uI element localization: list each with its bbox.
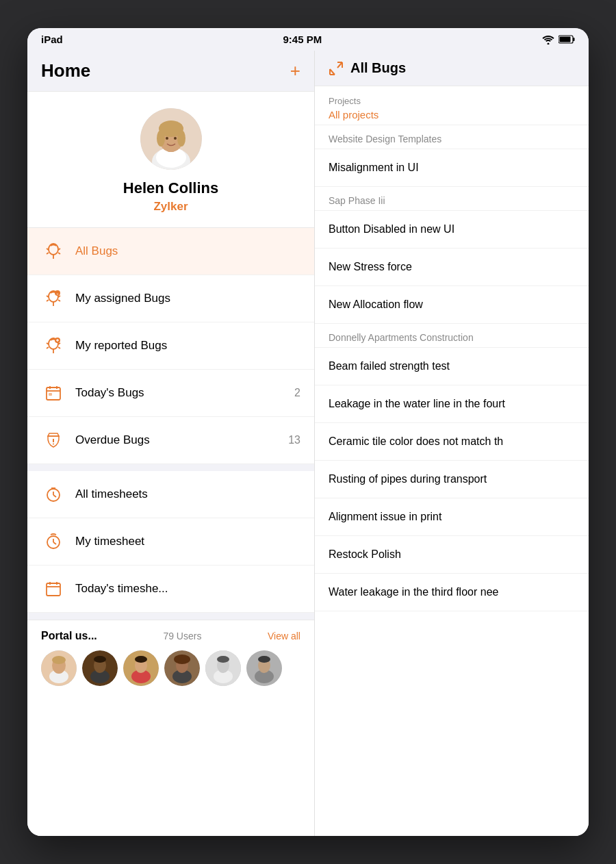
status-device-name: iPad	[41, 34, 63, 45]
bug-item-beam-failed[interactable]: Beam failed strength test	[315, 348, 589, 385]
my-timesheet-icon	[41, 529, 66, 554]
svg-point-12	[166, 137, 168, 140]
nav-item-reported-bugs[interactable]: My reported Bugs	[27, 322, 314, 370]
todays-bugs-icon	[41, 381, 66, 405]
svg-point-62	[94, 656, 106, 663]
svg-point-74	[217, 656, 229, 663]
svg-rect-2	[573, 38, 575, 41]
nav-item-all-bugs[interactable]: All Bugs	[27, 228, 314, 275]
nav-section: All Bugs +	[27, 228, 314, 836]
svg-point-13	[174, 137, 177, 140]
avatar	[140, 108, 202, 170]
bug-item-stress-force[interactable]: New Stress force	[315, 249, 589, 286]
bugs-list: Website Design Templates Misalignment in…	[315, 125, 589, 836]
bug-item-misalignment[interactable]: Misalignment in UI	[315, 149, 589, 187]
device-frame: iPad 9:45 PM Home +	[27, 28, 589, 836]
portal-avatar-2	[82, 650, 118, 686]
main-content: Home +	[27, 51, 589, 836]
svg-line-46	[53, 495, 56, 497]
svg-rect-51	[47, 583, 60, 596]
all-timesheets-icon	[41, 482, 66, 507]
bug-item-restock-polish[interactable]: Restock Polish	[315, 536, 589, 574]
svg-point-11	[177, 130, 185, 147]
portal-header: Portal us... 79 Users View all	[41, 630, 300, 642]
todays-timesheet-icon	[41, 576, 66, 601]
todays-bugs-label: Today's Bugs	[75, 386, 294, 400]
bug-title: Leakage in the water line in the fourt	[329, 398, 575, 410]
group-header-website: Website Design Templates	[315, 125, 589, 149]
svg-text:+: +	[56, 292, 59, 296]
overdue-bugs-label: Overdue Bugs	[75, 433, 288, 447]
section-divider-2	[27, 613, 314, 620]
bug-title: Rusting of pipes during transport	[329, 473, 575, 485]
svg-line-19	[58, 253, 60, 254]
wifi-icon	[542, 35, 554, 45]
all-bugs-icon	[41, 239, 66, 264]
profile-section: Helen Collins Zylker	[27, 92, 314, 228]
svg-rect-3	[559, 37, 570, 42]
svg-line-79	[330, 69, 335, 75]
projects-section: Projects All projects	[315, 86, 589, 125]
portal-avatar-3	[123, 650, 159, 686]
portal-title: Portal us...	[41, 630, 97, 642]
expand-icon[interactable]	[329, 61, 344, 76]
nav-item-all-timesheets[interactable]: All timesheets	[27, 471, 314, 518]
profile-company: Zylker	[153, 200, 188, 214]
svg-line-25	[58, 300, 60, 301]
bug-item-water-leakage-third[interactable]: Water leakage in the third floor nee	[315, 574, 589, 611]
bug-title: Alignment issue in print	[329, 511, 575, 523]
svg-line-32	[47, 347, 49, 348]
portal-avatar-6	[246, 650, 282, 686]
nav-item-assigned-bugs[interactable]: + My assigned Bugs	[27, 275, 314, 322]
svg-line-24	[47, 300, 49, 301]
bug-item-ceramic-tile[interactable]: Ceramic tile color does not match th	[315, 423, 589, 461]
portal-viewall-button[interactable]: View all	[268, 631, 300, 641]
projects-value[interactable]: All projects	[329, 109, 575, 120]
todays-bugs-badge: 2	[294, 387, 300, 399]
svg-point-58	[52, 656, 66, 664]
svg-point-78	[258, 656, 270, 663]
svg-line-18	[47, 253, 49, 254]
all-bugs-label: All Bugs	[75, 244, 300, 258]
bug-item-button-disabled[interactable]: Button Disabled in new UI	[315, 211, 589, 249]
bug-title: Ceramic tile color does not match th	[329, 435, 575, 448]
bug-title: Beam failed strength test	[329, 360, 575, 372]
svg-point-66	[135, 656, 147, 663]
bug-item-alignment-print[interactable]: Alignment issue in print	[315, 498, 589, 536]
bug-item-rusting-pipes[interactable]: Rusting of pipes during transport	[315, 461, 589, 498]
assigned-bugs-icon: +	[41, 286, 66, 311]
status-bar: iPad 9:45 PM	[27, 28, 589, 51]
bug-item-allocation-flow[interactable]: New Allocation flow	[315, 286, 589, 324]
svg-line-84	[337, 62, 342, 68]
bug-title: Water leakage in the third floor nee	[329, 586, 575, 598]
section-divider-1	[27, 464, 314, 471]
reported-bugs-icon	[41, 333, 66, 358]
portal-user-count: 79 Users	[163, 631, 201, 641]
svg-point-10	[157, 130, 165, 147]
nav-item-overdue-bugs[interactable]: Overdue Bugs 13	[27, 417, 314, 464]
add-button[interactable]: +	[290, 60, 300, 81]
bug-item-leakage-water[interactable]: Leakage in the water line in the fourt	[315, 385, 589, 423]
nav-item-my-timesheet[interactable]: My timesheet	[27, 518, 314, 566]
svg-line-33	[58, 347, 60, 348]
all-timesheets-label: All timesheets	[75, 487, 300, 501]
left-header: Home +	[27, 51, 314, 92]
status-time: 9:45 PM	[283, 34, 322, 45]
group-header-donnelly: Donnelly Apartments Construction	[315, 324, 589, 348]
svg-point-43	[53, 444, 54, 445]
svg-rect-41	[49, 393, 52, 396]
nav-item-todays-timesheet[interactable]: Today's timeshe...	[27, 566, 314, 613]
bug-title: Button Disabled in new UI	[329, 223, 575, 236]
portal-avatar-5	[205, 650, 241, 686]
bug-title: New Stress force	[329, 261, 575, 273]
svg-point-0	[547, 42, 549, 45]
my-timesheet-label: My timesheet	[75, 535, 300, 548]
status-icons	[542, 35, 575, 45]
svg-line-50	[53, 542, 56, 544]
nav-item-todays-bugs[interactable]: Today's Bugs 2	[27, 370, 314, 417]
portal-section: Portal us... 79 Users View all	[27, 620, 314, 696]
home-title: Home	[41, 60, 90, 81]
overdue-bugs-icon	[41, 428, 66, 453]
portal-avatar-1	[41, 650, 77, 686]
todays-timesheet-label: Today's timeshe...	[75, 582, 300, 596]
